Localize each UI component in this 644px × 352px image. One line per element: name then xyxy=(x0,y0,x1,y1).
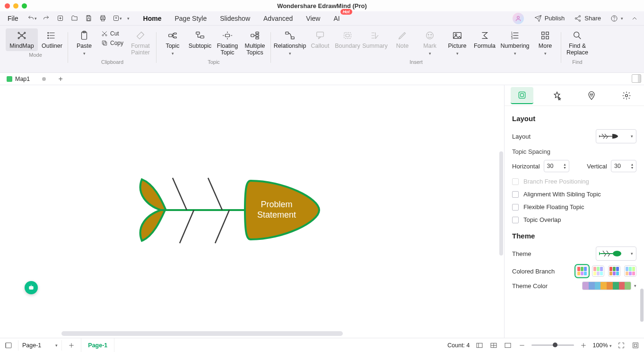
numbering-button[interactable]: 123Numbering▾ xyxy=(499,28,531,58)
tab-slideshow[interactable]: Slideshow xyxy=(219,13,251,24)
side-tab-icon[interactable] xyxy=(580,87,603,104)
swatch-2[interactable] xyxy=(592,265,604,277)
boundary-button[interactable]: Boundary xyxy=(334,28,361,51)
format-painter-button[interactable]: Format Painter xyxy=(127,28,154,58)
publish-button[interactable]: Publish xyxy=(531,15,569,22)
formula-label: Formula xyxy=(474,43,496,49)
add-page-button[interactable] xyxy=(67,341,76,350)
svg-rect-50 xyxy=(542,32,545,35)
outliner-mode-button[interactable]: Outliner xyxy=(39,28,65,51)
svg-point-61 xyxy=(30,287,31,288)
undo-button[interactable]: ▾ xyxy=(26,13,38,24)
callout-button[interactable]: Callout xyxy=(307,28,333,51)
tab-page-style[interactable]: Page Style xyxy=(174,13,208,24)
file-menu[interactable]: File xyxy=(4,15,24,22)
save-button[interactable] xyxy=(83,13,95,24)
zoom-level[interactable]: 100% ▾ xyxy=(593,342,612,349)
horizontal-value: 30 xyxy=(547,163,554,169)
side-panel-scrollbar[interactable] xyxy=(640,85,644,338)
help-button[interactable]: ▾ xyxy=(607,15,627,22)
outliner-label: Outliner xyxy=(42,43,62,49)
svg-rect-32 xyxy=(225,34,229,37)
alignment-sibling-checkbox[interactable]: Alignment With Sibling Topic xyxy=(512,191,636,198)
multiple-topics-button[interactable]: Multiple Topics xyxy=(242,28,268,58)
canvas[interactable]: Problem Statement xyxy=(0,85,504,338)
side-tab-settings[interactable] xyxy=(615,87,638,104)
formula-button[interactable]: Formula xyxy=(471,28,498,51)
swatch-4[interactable] xyxy=(624,265,636,277)
svg-line-56 xyxy=(173,178,187,210)
cut-label: Cut xyxy=(110,30,119,37)
relationship-button[interactable]: Relationship▾ xyxy=(274,28,306,58)
flexible-floating-checkbox[interactable]: Flexible Floating Topic xyxy=(512,203,636,211)
side-tab-layout[interactable] xyxy=(511,87,533,104)
svg-point-8 xyxy=(579,15,581,17)
open-button[interactable] xyxy=(69,13,81,24)
ai-assistant-button[interactable] xyxy=(25,281,38,294)
new-document-button[interactable]: + xyxy=(56,75,65,83)
share-button[interactable]: Share xyxy=(570,15,605,22)
note-label: Note xyxy=(396,43,409,49)
tab-home[interactable]: Home xyxy=(142,13,163,24)
page-tab-1[interactable]: Page-1 xyxy=(81,338,114,352)
fullscreen-button[interactable] xyxy=(631,341,640,350)
toggle-side-panel-button[interactable] xyxy=(632,74,641,83)
central-topic-line1[interactable]: Problem xyxy=(261,200,292,209)
copy-button[interactable]: Copy xyxy=(98,39,126,47)
canvas-vertical-scrollbar[interactable] xyxy=(499,151,503,255)
collapse-ribbon-button[interactable] xyxy=(629,15,640,22)
document-tab-map1[interactable]: Map1 xyxy=(3,76,50,82)
subtopic-button[interactable]: Subtopic xyxy=(187,28,213,51)
zoom-out-button[interactable] xyxy=(517,341,527,350)
theme-selector[interactable]: ▾ xyxy=(596,246,636,261)
view-mode-3[interactable] xyxy=(503,341,513,350)
zoom-slider[interactable] xyxy=(531,344,574,346)
tab-advanced[interactable]: Advanced xyxy=(262,13,294,24)
theme-color-selector[interactable] xyxy=(582,282,631,290)
horizontal-label: Horizontal xyxy=(512,163,540,170)
side-tab-style[interactable] xyxy=(546,87,568,104)
topic-button[interactable]: Topic▾ xyxy=(159,28,186,58)
view-mode-2[interactable] xyxy=(489,341,498,350)
layout-selector[interactable]: ▾ xyxy=(596,129,636,143)
floating-topic-button[interactable]: Floating Topic xyxy=(214,28,241,58)
tab-ai[interactable]: AIHot xyxy=(332,13,340,24)
central-topic-line2[interactable]: Statement xyxy=(257,210,296,220)
topic-overlap-checkbox[interactable]: Topic Overlap xyxy=(512,216,636,223)
redo-button[interactable] xyxy=(40,13,52,24)
svg-rect-70 xyxy=(477,343,482,347)
swatch-1[interactable] xyxy=(576,265,588,277)
export-button[interactable]: ▾ xyxy=(111,13,123,24)
mark-button[interactable]: Mark▾ xyxy=(417,28,443,58)
svg-rect-74 xyxy=(634,344,636,346)
quick-access-more[interactable]: ▾ xyxy=(125,13,132,24)
zoom-in-button[interactable] xyxy=(579,341,588,350)
view-mode-1[interactable] xyxy=(475,341,484,350)
fit-page-button[interactable] xyxy=(617,341,626,350)
page-tab-label: Page-1 xyxy=(88,342,107,349)
tab-view[interactable]: View xyxy=(305,13,321,24)
vertical-spacing-input[interactable]: 30▲▼ xyxy=(611,160,636,172)
colored-branch-label: Colored Branch xyxy=(512,268,555,275)
print-button[interactable] xyxy=(97,13,109,24)
canvas-horizontal-scrollbar[interactable] xyxy=(61,331,501,336)
new-button[interactable] xyxy=(54,13,67,24)
page-dropdown[interactable]: Page-1▾ xyxy=(18,340,62,351)
page-list-button[interactable] xyxy=(4,341,13,350)
user-avatar[interactable] xyxy=(513,13,524,24)
horizontal-spacing-input[interactable]: 30▲▼ xyxy=(544,160,569,172)
vertical-label: Vertical xyxy=(587,163,607,170)
mindmap-mode-button[interactable]: MindMap xyxy=(6,28,38,51)
summary-button[interactable]: Summary xyxy=(362,28,388,51)
note-button[interactable]: Note xyxy=(389,28,416,51)
cut-button[interactable]: Cut xyxy=(98,29,126,38)
more-button[interactable]: More▾ xyxy=(532,28,558,58)
find-replace-button[interactable]: Find & Replace xyxy=(564,28,591,58)
svg-rect-53 xyxy=(546,36,549,39)
fishbone-diagram[interactable]: Problem Statement xyxy=(132,172,322,248)
picture-button[interactable]: Picture▾ xyxy=(444,28,470,58)
paste-button[interactable]: Paste▾ xyxy=(71,28,97,58)
summary-label: Summary xyxy=(362,43,387,49)
svg-line-57 xyxy=(208,178,222,210)
swatch-3[interactable] xyxy=(608,265,620,277)
